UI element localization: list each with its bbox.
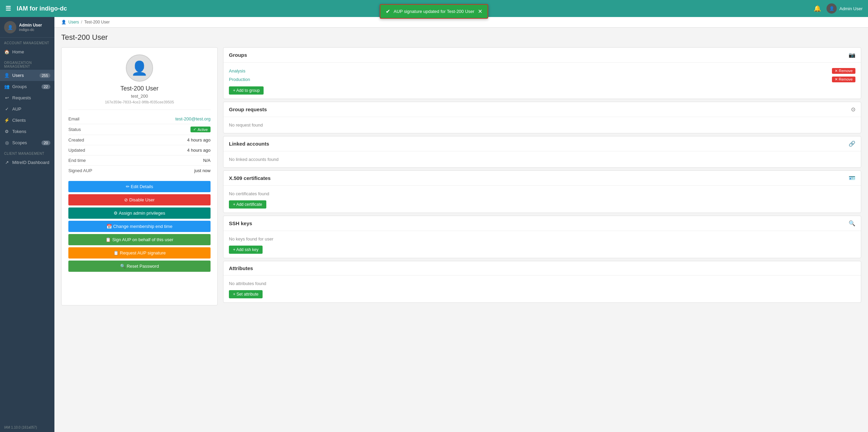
sidebar-item-scopes[interactable]: ◎ Scopes 20 (0, 137, 54, 148)
ssh-keys-no-data: No keys found for user (229, 235, 855, 243)
admin-user-menu[interactable]: 👤 Admin User (827, 3, 863, 14)
right-panels: Groups 📷 Analysis ✕ Remove Production ✕ … (223, 47, 861, 305)
attributes-panel-body: No attributes found + Set attribute (223, 276, 861, 302)
sidebar-tokens-label: Tokens (12, 129, 26, 134)
users-icon: 👤 (4, 73, 10, 78)
detail-row-signed-aup: Signed AUP just now (68, 166, 211, 176)
app-title-text: IAM for (17, 5, 39, 12)
sidebar-item-clients[interactable]: ⚡ Clients (0, 115, 54, 126)
group-item-analysis: Analysis ✕ Remove (229, 67, 855, 75)
signed-aup-value: just now (109, 168, 211, 173)
scopes-icon: ◎ (4, 140, 10, 145)
request-aup-button[interactable]: 📋 Request AUP signature (68, 247, 211, 259)
attributes-no-data: No attributes found (229, 280, 855, 287)
tokens-icon: ⚙ (4, 129, 10, 134)
sidebar-item-tokens[interactable]: ⚙ Tokens (0, 126, 54, 137)
sidebar: 👤 Admin User indigo-dc Account Managemen… (0, 17, 54, 311)
disable-user-button[interactable]: ⊘ Disable User (68, 194, 211, 205)
ssh-keys-panel: SSH keys 🔍 No keys found for user + Add … (223, 216, 861, 258)
attributes-panel: Attributes No attributes found + Set att… (223, 261, 861, 303)
notification-bell-icon[interactable]: 🔔 (814, 5, 821, 12)
add-to-group-button[interactable]: + Add to group (229, 86, 264, 95)
sidebar-aup-label: AUP (12, 106, 21, 112)
sidebar-groups-label: Groups (12, 84, 27, 89)
end-time-label: End time (68, 158, 109, 163)
sidebar-item-requests[interactable]: ↩ Requests (0, 92, 54, 103)
status-value: ✓ Active (109, 127, 211, 132)
sign-aup-button[interactable]: 📋 Sign AUP on behalf of this user (68, 234, 211, 245)
group-requests-panel-title: Group requests (229, 106, 267, 112)
email-value: test-200@test.org (109, 116, 211, 121)
admin-avatar: 👤 (827, 3, 837, 14)
breadcrumb-users-link[interactable]: Users (68, 20, 79, 24)
user-card-uuid: 167e359e-7833-4ce2-9f8b-f035cee39505 (105, 100, 174, 104)
sidebar-scopes-label: Scopes (12, 140, 27, 145)
detail-row-status: Status ✓ Active (68, 124, 211, 135)
linked-accounts-panel-header: Linked accounts 🔗 (223, 136, 861, 151)
x509-panel-header: X.509 certificates 🪪 (223, 171, 861, 186)
set-attribute-button[interactable]: + Set attribute (229, 290, 263, 298)
sidebar-user-info: Admin User indigo-dc (19, 23, 42, 32)
ssh-keys-panel-title: SSH keys (229, 220, 252, 226)
x509-no-data: No certificates found (229, 190, 855, 198)
sidebar-item-users[interactable]: 👤 Users 255 (0, 70, 54, 81)
user-card-name: Test-200 User (120, 85, 158, 92)
add-ssh-key-button[interactable]: + Add ssh key (229, 246, 263, 254)
group-production-remove-button[interactable]: ✕ Remove (832, 77, 855, 82)
groups-panel-icon[interactable]: 📷 (849, 52, 855, 58)
ssh-keys-panel-header: SSH keys 🔍 (223, 216, 861, 231)
content-area: 👤 Test-200 User test_200 167e359e-7833-4… (54, 42, 868, 311)
groups-panel-body: Analysis ✕ Remove Production ✕ Remove + … (223, 63, 861, 99)
change-membership-button[interactable]: 📅 Change membership end time (68, 221, 211, 232)
group-analysis-remove-button[interactable]: ✕ Remove (832, 68, 855, 74)
sidebar-user-org: indigo-dc (19, 28, 42, 32)
x509-panel-body: No certificates found + Add certificate (223, 186, 861, 213)
toast-message: AUP signature updated for Test-200 User (394, 9, 474, 14)
edit-details-button[interactable]: ✏ Edit Details (68, 181, 211, 192)
x509-panel-icon[interactable]: 🪪 (849, 175, 855, 181)
user-card-header: 👤 Test-200 User test_200 167e359e-7833-4… (68, 54, 211, 110)
sidebar-item-home[interactable]: 🏠 Home (0, 46, 54, 57)
linked-accounts-panel-icon[interactable]: 🔗 (849, 140, 855, 147)
breadcrumb-user-icon: 👤 (61, 20, 66, 24)
sidebar-item-groups[interactable]: 👥 Groups 22 (0, 81, 54, 92)
hamburger-icon[interactable]: ☰ (5, 5, 11, 12)
sidebar-item-aup[interactable]: ✓ AUP (0, 103, 54, 115)
linked-accounts-panel: Linked accounts 🔗 No linked accounts fou… (223, 136, 861, 168)
status-badge: ✓ Active (190, 127, 211, 132)
sidebar-user-block: 👤 Admin User indigo-dc (0, 17, 54, 38)
mitreid-icon: ↗ (4, 160, 10, 165)
toast-close-button[interactable]: ✕ (478, 8, 482, 15)
ssh-keys-panel-icon[interactable]: 🔍 (849, 220, 855, 227)
sidebar-requests-label: Requests (12, 95, 31, 100)
users-badge: 255 (39, 73, 50, 78)
sidebar-item-mitreid[interactable]: ↗ MitreID Dashboard (0, 157, 54, 168)
group-analysis-link[interactable]: Analysis (229, 68, 245, 73)
sidebar-section-client: Client management (0, 148, 54, 157)
signed-aup-label: Signed AUP (68, 168, 109, 173)
sidebar-clients-label: Clients (12, 118, 26, 123)
detail-row-updated: Updated 4 hours ago (68, 145, 211, 155)
app-org: indigo-dc (39, 5, 67, 12)
user-avatar-large: 👤 (126, 54, 153, 82)
toast-check-icon: ✔ (386, 8, 390, 15)
end-time-value: N/A (109, 158, 211, 163)
detail-row-end-time: End time N/A (68, 155, 211, 166)
reset-password-button[interactable]: 🔍 Reset Password (68, 261, 211, 272)
group-requests-panel-body: No request found (223, 117, 861, 133)
sidebar-section-account: Account Management (0, 38, 54, 46)
groups-panel: Groups 📷 Analysis ✕ Remove Production ✕ … (223, 47, 861, 99)
email-label: Email (68, 116, 109, 121)
created-label: Created (68, 137, 109, 143)
sidebar-mitreid-label: MitreID Dashboard (12, 160, 49, 165)
groups-icon: 👥 (4, 84, 10, 89)
groups-panel-header: Groups 📷 (223, 48, 861, 63)
linked-accounts-no-data: No linked accounts found (229, 155, 855, 163)
group-requests-panel-header: Group requests ⊙ (223, 102, 861, 117)
assign-admin-button[interactable]: ⚙ Assign admin privileges (68, 207, 211, 219)
add-certificate-button[interactable]: + Add certificate (229, 200, 266, 209)
x509-panel: X.509 certificates 🪪 No certificates fou… (223, 170, 861, 213)
admin-user-label: Admin User (839, 6, 863, 11)
group-production-link[interactable]: Production (229, 77, 250, 82)
group-requests-panel-icon[interactable]: ⊙ (851, 106, 855, 113)
